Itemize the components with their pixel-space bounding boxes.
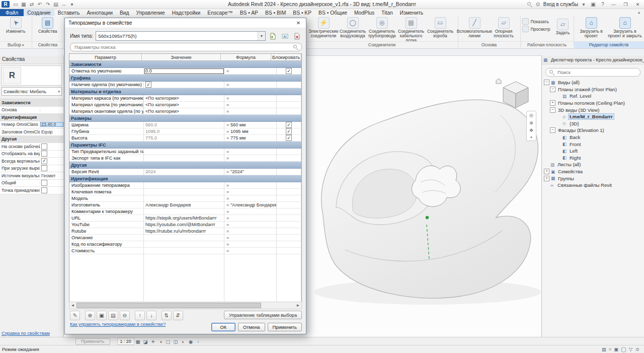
param-value[interactable]	[144, 155, 224, 162]
property-group-header[interactable]: Зависимости	[0, 99, 63, 107]
duplicate-parameter-icon[interactable]: ▣	[97, 311, 107, 320]
tab-enscape[interactable]: Enscape™	[204, 9, 236, 16]
tab-insert[interactable]: Вставить	[54, 9, 84, 16]
temporary-hide-icon[interactable]: ◐	[180, 338, 187, 345]
param-value[interactable]	[144, 241, 224, 248]
lookup-tables-button[interactable]: Управление таблицами выбора	[224, 311, 302, 319]
pan-icon[interactable]: ✥	[529, 128, 533, 133]
reveal-hidden-icon[interactable]: ◉	[187, 338, 195, 345]
zoom-icon[interactable]: ⊕	[529, 120, 533, 125]
delete-type-button[interactable]	[292, 32, 302, 41]
sort-ascending-icon[interactable]: ⇅	[162, 311, 172, 320]
tab-modplus[interactable]: ModPlus	[351, 9, 378, 16]
combo-dropdown-icon[interactable]: ▼	[258, 32, 265, 40]
set-workplane-button[interactable]: ▱ Задать	[553, 18, 573, 35]
electrical-connector-button[interactable]: ⚡Электрические соединители	[309, 16, 338, 38]
sun-path-icon[interactable]: ☀	[149, 338, 157, 345]
tree-item[interactable]: ∞Связанные файлы Revit	[542, 182, 644, 189]
scrollbar-thumb[interactable]	[76, 303, 261, 308]
properties-apply-button[interactable]: Применить	[75, 338, 110, 345]
param-value[interactable]: 1095.0	[144, 128, 224, 135]
param-lock[interactable]	[277, 122, 301, 128]
collapse-icon[interactable]: −	[544, 80, 549, 85]
cable-tray-connector-button[interactable]: ▤Соединитель кабельного лотка	[396, 16, 426, 43]
tree-item[interactable]: ◧Back	[542, 134, 644, 141]
param-lock[interactable]	[277, 208, 301, 215]
print-icon[interactable]: ▤	[52, 1, 60, 8]
horizontal-scrollbar[interactable]: ◄ ►	[69, 302, 302, 309]
close-button[interactable]: ✕	[632, 1, 643, 8]
crop-view-icon[interactable]: ▢	[165, 338, 172, 345]
select-toggle-icon[interactable]: ◯	[621, 346, 626, 352]
param-formula[interactable]: =	[224, 149, 277, 155]
viewer-workplane-button[interactable]: Просмотр	[521, 25, 551, 33]
reference-lines-button[interactable]: ╱ Вспомогательные линии	[460, 16, 489, 38]
panel-label-select[interactable]: Выбор▾	[0, 41, 32, 48]
param-formula[interactable]: =	[224, 95, 277, 102]
shadows-icon[interactable]: ◑	[157, 338, 165, 345]
search-icon[interactable]	[527, 2, 532, 7]
param-lock[interactable]	[277, 202, 301, 208]
param-value[interactable]: 0.0	[144, 68, 224, 75]
property-value[interactable]	[40, 165, 63, 171]
param-lock[interactable]	[277, 195, 301, 202]
apply-button[interactable]: Применить	[268, 323, 302, 331]
tab-create[interactable]: Создание	[24, 9, 54, 16]
param-lock[interactable]	[277, 95, 301, 102]
param-formula[interactable]: =	[224, 102, 277, 108]
dialog-titlebar[interactable]: Типоразмеры в семействе ✕	[65, 18, 306, 28]
rename-type-button[interactable]: AI	[280, 32, 290, 41]
expand-icon[interactable]: +	[544, 176, 549, 181]
family-thumbnail[interactable]: R	[2, 65, 62, 86]
param-value[interactable]: <По категории>	[144, 102, 224, 108]
tab-bs-ap[interactable]: BS • AP	[236, 9, 262, 16]
pipe-connector-button[interactable]: ◎Соединитель трубопровода	[367, 16, 396, 38]
tab-bs-kp[interactable]: BS • KP	[289, 9, 315, 16]
ribbon-minimize-icon[interactable]: ▴	[634, 9, 644, 16]
property-value[interactable]	[40, 187, 63, 193]
property-value[interactable]: 23.40.0	[40, 122, 63, 127]
param-formula[interactable]: =	[224, 155, 277, 162]
param-value[interactable]	[144, 195, 224, 202]
cancel-button[interactable]: Отмена	[238, 323, 265, 331]
show-workplane-button[interactable]: Показать	[521, 18, 551, 25]
background-processes-icon[interactable]: ▧	[602, 346, 606, 352]
qat-dropdown-icon[interactable]: ▾	[68, 1, 76, 8]
scale-button[interactable]: 1 : 20	[117, 338, 134, 345]
sync-icon[interactable]: ⇄	[28, 1, 36, 8]
param-value[interactable]	[144, 208, 224, 215]
reference-plane-button[interactable]: ▱ Опорная плоскость	[489, 16, 518, 38]
browser-search[interactable]	[545, 68, 640, 77]
revit-logo[interactable]: R	[2, 1, 10, 8]
load-into-project-button[interactable]: ⌂ Загрузить в проект	[575, 16, 607, 38]
param-value[interactable]	[144, 235, 224, 241]
lock-checkbox[interactable]	[286, 128, 292, 134]
filter-icon[interactable]: ▽	[629, 346, 632, 352]
properties-button[interactable]: ▤ Свойства	[33, 16, 63, 34]
panel-label-connectors[interactable]: Соединители	[306, 41, 458, 48]
load-into-project-close-button[interactable]: ⌂ Загрузить в проект и закрыть	[607, 16, 642, 38]
viewbar-overflow-icon[interactable]: ‹	[195, 338, 202, 345]
cart-icon[interactable]: ▣	[589, 1, 597, 8]
open-icon[interactable]: ▭	[12, 1, 20, 8]
property-checkbox[interactable]	[41, 144, 47, 150]
move-up-icon[interactable]: ↑	[135, 311, 145, 320]
param-formula[interactable]: = 560 мм	[224, 122, 277, 128]
param-formula[interactable]: = 775 мм	[224, 135, 277, 142]
tab-addins[interactable]: Надстройки	[169, 9, 204, 16]
param-lock[interactable]	[277, 82, 301, 88]
tree-item[interactable]: −Фасады (Elevation 1)	[542, 127, 644, 134]
param-formula[interactable]: =	[224, 228, 277, 235]
dialog-help-link[interactable]: Как управлять типоразмерами в семействе?	[70, 322, 166, 327]
tree-item[interactable]: ◧Left	[542, 148, 644, 155]
sort-descending-icon[interactable]: ⇅	[173, 311, 183, 320]
duct-connector-button[interactable]: ◯Соединитель воздуховода	[338, 16, 367, 38]
panel-label-properties[interactable]: Свойства	[32, 41, 64, 48]
delete-parameter-icon[interactable]: ⊖	[120, 311, 130, 320]
tree-item[interactable]: −▦Виды (all)	[542, 79, 644, 86]
tree-item[interactable]: ◧Right	[542, 155, 644, 162]
parameter-search-input[interactable]	[73, 44, 291, 50]
tab-modify[interactable]: Изменить	[396, 9, 427, 16]
property-value[interactable]	[40, 158, 63, 164]
tab-annotate[interactable]: Аннотации	[83, 9, 116, 16]
